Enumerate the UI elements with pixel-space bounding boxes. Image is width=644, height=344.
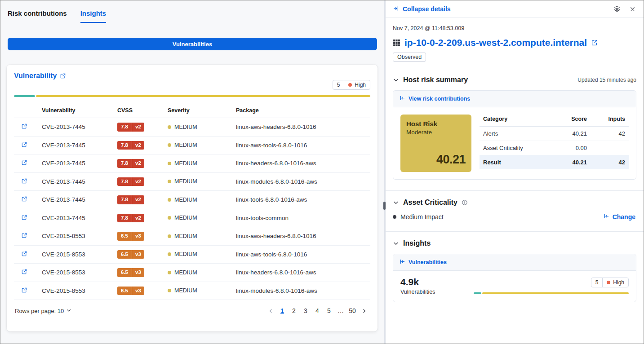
- package-name: linux-tools-common: [234, 209, 370, 227]
- cvss-score-badge: 7.8v2: [117, 141, 144, 150]
- flyout-body: Nov 7, 2024 @ 11:48:53.009 ip-10-0-2-209…: [386, 18, 644, 344]
- open-vulnerability-details-icon[interactable]: [21, 123, 27, 129]
- medium-severity-dot-icon: [168, 180, 171, 183]
- high-severity-count: 5: [591, 278, 603, 287]
- risk-table-row: Result40.2142: [480, 155, 629, 170]
- chevron-down-icon[interactable]: [393, 199, 399, 206]
- open-vulnerability-details-icon[interactable]: [21, 269, 27, 275]
- collapse-details-button[interactable]: Collapse details: [393, 5, 451, 13]
- page-50-button[interactable]: 50: [347, 305, 358, 316]
- flyout-header: Collapse details: [386, 0, 644, 18]
- panel-resizer[interactable]: [384, 0, 386, 344]
- package-name: linux-aws-tools-6.8.0-1016: [234, 136, 370, 154]
- open-vulnerability-details-icon[interactable]: [21, 214, 27, 221]
- risk-table-row: Alerts40.2142: [480, 127, 629, 141]
- vulnerabilities-panel-link[interactable]: Vulnerabilities: [400, 259, 447, 266]
- chevron-down-icon[interactable]: [393, 240, 399, 247]
- column-header-cvss: CVSS: [115, 104, 166, 118]
- vulnerability-id: CVE-2015-8553: [40, 245, 115, 264]
- insights-panel-header: Vulnerabilities: [393, 254, 636, 271]
- open-vulnerability-details-icon[interactable]: [21, 141, 27, 148]
- high-severity-dot-icon: [607, 281, 610, 284]
- host-title-row: ip-10-0-2-209.us-west-2.compute.internal: [393, 37, 636, 48]
- page-3-button[interactable]: 3: [300, 305, 311, 316]
- risk-contribution-table: Category Score Inputs Alerts40.2142Asset…: [480, 115, 629, 169]
- page-5-button[interactable]: 5: [324, 305, 334, 316]
- page-1-button[interactable]: 1: [277, 305, 288, 316]
- risk-insights-panel: Risk contributions Insights Vulnerabilit…: [0, 0, 384, 344]
- open-vulnerability-details-icon[interactable]: [21, 159, 27, 166]
- rows-per-page-select[interactable]: Rows per page: 10: [15, 308, 71, 314]
- insights-severity-summary: 5 High: [474, 277, 629, 294]
- arrow-start-icon: [400, 259, 405, 266]
- package-name: linux-aws-tools-6.8.0-1016: [234, 245, 370, 264]
- previous-page-button[interactable]: [265, 305, 276, 316]
- vulnerability-id: CVE-2015-8553: [40, 282, 115, 300]
- open-vulnerability-details-icon[interactable]: [21, 196, 27, 202]
- vulnerability-table-row: CVE-2013-74457.8v2MEDIUMlinux-modules-6.…: [14, 172, 370, 191]
- close-flyout-icon[interactable]: [630, 6, 635, 12]
- settings-gear-icon[interactable]: [613, 5, 621, 13]
- risk-category: Alerts: [480, 127, 554, 141]
- arrow-end-icon: [393, 5, 399, 13]
- open-vulnerability-details-icon[interactable]: [21, 232, 27, 238]
- asset-criticality-title: Asset Criticality: [403, 198, 457, 207]
- page-2-button[interactable]: 2: [289, 305, 299, 316]
- view-risk-contributions-link[interactable]: View risk contributions: [400, 95, 470, 102]
- severity-bar-segment-low: [14, 95, 35, 97]
- arrow-start-icon: [400, 95, 405, 102]
- pagination: 12345…50: [265, 305, 369, 316]
- vulnerability-table-header: Vulnerability CVSS Severity Package: [14, 104, 370, 118]
- cvss-score-badge: 7.8v2: [117, 159, 144, 168]
- tab-risk-contributions[interactable]: Risk contributions: [8, 9, 67, 23]
- severity-bar-segment-medium: [482, 292, 629, 294]
- package-name: linux-modules-6.8.0-1016-aws: [234, 172, 370, 191]
- cvss-score-badge: 7.8v2: [117, 195, 144, 204]
- medium-severity-dot-icon: [168, 252, 171, 256]
- package-name: linux-modules-6.8.0-1016-aws: [234, 282, 370, 300]
- risk-category: Asset Criticality: [480, 141, 554, 155]
- risk-contribution-table-wrap: Category Score Inputs Alerts40.2142Asset…: [480, 115, 629, 172]
- table-footer: Rows per page: 10 12345…50: [14, 300, 370, 316]
- vulnerability-id: CVE-2013-7445: [40, 118, 115, 137]
- open-vulnerability-details-icon[interactable]: [21, 251, 27, 257]
- vulnerability-title-link[interactable]: Vulnerability: [14, 72, 66, 80]
- high-severity-count-badge: 5 High: [333, 80, 370, 90]
- cvss-score-badge: 6.5v3: [117, 287, 144, 295]
- host-name-link[interactable]: ip-10-0-2-209.us-west-2.compute.internal: [404, 37, 587, 48]
- host-risk-score-card: Host Risk Moderate 40.21: [400, 115, 471, 172]
- vulnerability-table-row: CVE-2015-85536.5v3MEDIUMlinux-aws-header…: [14, 227, 370, 246]
- risk-inputs: [591, 141, 629, 155]
- medium-severity-dot-icon: [168, 216, 171, 220]
- resizer-handle-icon[interactable]: [383, 202, 386, 210]
- host-risk-panel-body: Host Risk Moderate 40.21 Category Score …: [393, 107, 636, 179]
- open-host-external-icon[interactable]: [591, 39, 598, 46]
- info-icon[interactable]: [462, 199, 468, 206]
- open-vulnerability-details-icon[interactable]: [21, 287, 27, 293]
- high-severity-dot-icon: [348, 83, 352, 87]
- change-asset-criticality-link[interactable]: Change: [604, 213, 635, 221]
- package-name: linux-headers-6.8.0-1016-aws: [234, 264, 370, 282]
- risk-card-title: Host Risk: [406, 120, 466, 128]
- column-header-severity: Severity: [166, 104, 234, 118]
- risk-card-score: 40.21: [406, 153, 466, 167]
- risk-table-row: Asset Criticality0.00: [480, 141, 629, 155]
- high-severity-label: High: [344, 80, 370, 89]
- severity-cell: MEDIUM: [166, 118, 234, 137]
- next-page-button[interactable]: [359, 305, 369, 316]
- risk-card-level: Moderate: [406, 129, 466, 136]
- vulnerabilities-section-button[interactable]: Vulnerabilities: [8, 38, 377, 50]
- page-4-button[interactable]: 4: [312, 305, 323, 316]
- risk-column-score: Score: [554, 115, 591, 127]
- open-vulnerability-details-icon[interactable]: [21, 178, 27, 184]
- asset-criticality-value: Medium Impact: [400, 213, 444, 221]
- chevron-down-icon[interactable]: [393, 77, 399, 83]
- vulnerability-table-row: CVE-2013-74457.8v2MEDIUMlinux-tools-comm…: [14, 209, 370, 227]
- vulnerabilities-count: 4.9k: [400, 277, 435, 287]
- asset-criticality-row: Medium Impact Change: [393, 213, 636, 221]
- severity-cell: MEDIUM: [166, 154, 234, 173]
- tab-insights[interactable]: Insights: [80, 9, 107, 23]
- tab-bar: Risk contributions Insights: [0, 0, 384, 23]
- vulnerability-table-row: CVE-2013-74457.8v2MEDIUMlinux-tools-6.8.…: [14, 191, 370, 209]
- cvss-score-badge: 6.5v3: [117, 250, 144, 259]
